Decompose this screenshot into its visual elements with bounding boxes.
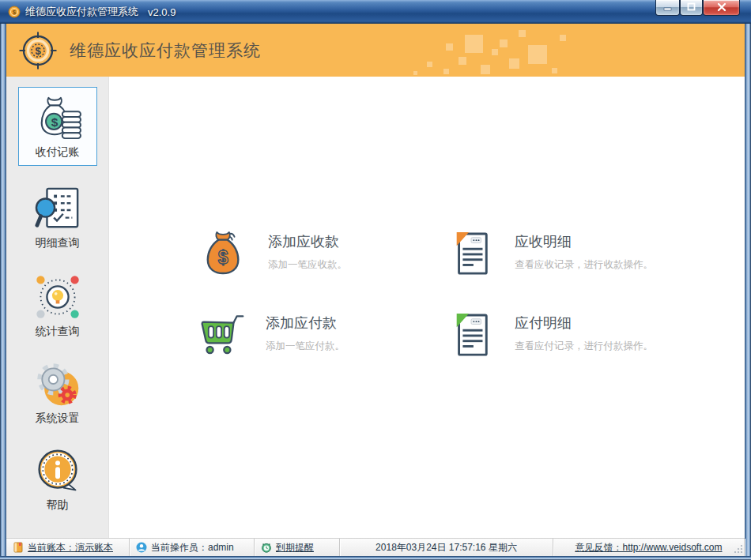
action-payable-detail[interactable]: 应付明细 查看应付记录，进行付款操作。: [448, 310, 653, 360]
statusbar-ledger-section: 当前账本：演示账本: [6, 539, 130, 556]
receivable-document-icon: [448, 228, 494, 279]
payable-document-icon: [448, 310, 494, 360]
current-operator-label: 当前操作员：admin: [151, 541, 234, 554]
money-bag-coins-icon: $: [32, 93, 83, 142]
statusbar-datetime-section: 2018年03月24日 17:57:16 星期六: [340, 539, 553, 556]
statusbar: 当前账本：演示账本 当前操作员：admin 到期提醒 2018年03月24日 1…: [6, 538, 745, 556]
svg-text:$: $: [13, 9, 17, 16]
titlebar[interactable]: $ 维德应收应付款管理系统 v2.0.9: [0, 0, 751, 24]
datetime-label: 2018年03月24日 17:57:16 星期六: [376, 541, 517, 554]
shopping-cart-icon: [199, 310, 245, 360]
sidebar-item-receipts-payments[interactable]: $ 收付记账: [18, 87, 97, 166]
sidebar-item-statistics-query[interactable]: 统计查询: [19, 267, 96, 344]
maximize-button[interactable]: [680, 0, 703, 16]
window-border-right: [745, 24, 751, 560]
sidebar-item-label: 系统设置: [36, 412, 80, 426]
action-add-receivable[interactable]: $ 添加应收款 添加一笔应收款。: [202, 228, 347, 279]
action-subtitle: 添加一笔应付款。: [266, 340, 345, 353]
svg-text:$: $: [35, 45, 41, 57]
statusbar-operator-section: 当前操作员：admin: [130, 539, 255, 556]
action-subtitle: 查看应付记录，进行付款操作。: [515, 340, 653, 353]
bulb-stats-icon: [32, 272, 83, 321]
money-bag-icon: $: [202, 228, 247, 279]
action-subtitle: 查看应收记录，进行收款操作。: [515, 258, 653, 272]
minimize-icon: [663, 0, 672, 15]
action-receivable-detail[interactable]: 应收明细 查看应收记录，进行收款操作。: [448, 228, 653, 279]
sidebar-item-detail-query[interactable]: 明细查询: [19, 179, 96, 256]
action-title: 添加应付款: [266, 314, 345, 333]
feedback-link[interactable]: 意见反馈：http://www.veidsoft.com: [575, 541, 722, 554]
window-title: 维德应收应付款管理系统: [25, 5, 138, 19]
action-title: 应付明细: [515, 314, 653, 333]
app-header: $ 维德应收应付款管理系统: [6, 24, 745, 77]
statusbar-feedback-section: 意见反馈：http://www.veidsoft.com: [553, 539, 745, 556]
app-surface: $ 维德应收应付款管理系统: [6, 24, 745, 556]
sidebar-item-help[interactable]: 帮助: [19, 441, 96, 518]
action-title: 添加应收款: [268, 232, 347, 251]
main-content: $ 添加应收款 添加一笔应收款。: [109, 77, 745, 538]
sidebar-item-label: 收付记账: [36, 145, 80, 160]
due-reminder-link[interactable]: 到期提醒: [276, 541, 314, 554]
window-controls: [655, 0, 740, 16]
sidebar-item-system-settings[interactable]: 系统设置: [19, 354, 96, 431]
window-version: v2.0.9: [148, 6, 175, 18]
alarm-clock-icon: [261, 542, 272, 553]
window-border-left: [0, 24, 6, 560]
minimize-button[interactable]: [655, 0, 680, 16]
app-window: $ 维德应收应付款管理系统 v2.0.9: [0, 0, 751, 560]
action-subtitle: 添加一笔应收款。: [268, 258, 347, 272]
svg-text:$: $: [218, 248, 228, 269]
current-ledger-link[interactable]: 当前账本：演示账本: [28, 541, 113, 554]
close-icon: [717, 1, 726, 15]
sidebar: $ 收付记账: [6, 77, 109, 538]
action-add-payable[interactable]: 添加应付款 添加一笔应付款。: [199, 310, 345, 360]
ledger-book-icon: [13, 542, 24, 553]
dollar-target-icon: $: [19, 32, 57, 70]
window-border-bottom: [0, 556, 751, 560]
operator-user-icon: [136, 542, 147, 553]
sidebar-item-label: 明细查询: [36, 236, 80, 250]
gears-icon: [32, 359, 83, 408]
svg-text:$: $: [51, 115, 58, 129]
statusbar-reminder-section: 到期提醒: [255, 539, 340, 556]
search-document-icon: [32, 184, 83, 233]
info-bubble-icon: [32, 446, 83, 495]
app-icon: $: [8, 6, 21, 18]
maximize-icon: [687, 1, 696, 15]
page-title: 维德应收应付款管理系统: [70, 39, 261, 62]
close-button[interactable]: [703, 0, 740, 16]
sidebar-item-label: 帮助: [47, 498, 69, 513]
resize-grip-icon[interactable]: [733, 543, 743, 554]
action-title: 应收明细: [515, 232, 653, 251]
sidebar-item-label: 统计查询: [36, 325, 80, 339]
